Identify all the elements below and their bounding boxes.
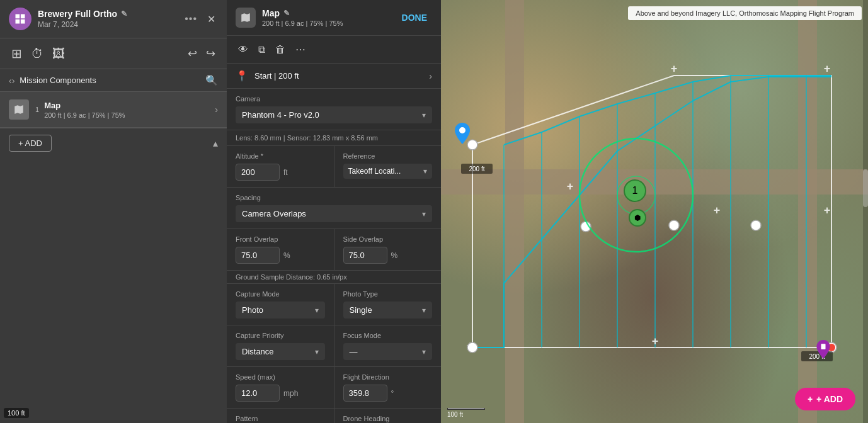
project-title-row: Brewery Full Ortho ✎ (38, 9, 182, 19)
add-map-label: + ADD (816, 394, 843, 404)
flight-direction-input-group: ° (343, 385, 433, 402)
svg-text:+: + (567, 180, 574, 193)
photo-type-label: Photo Type (343, 290, 433, 298)
center-map-icon (236, 8, 256, 28)
svg-point-20 (669, 220, 679, 230)
capture-mode-value: Photo (242, 305, 263, 315)
gsd-row: Ground Sample Distance: 0.65 in/px (227, 271, 441, 284)
delete-button[interactable]: 🗑 (273, 42, 288, 58)
end-waypoint-pin[interactable] (816, 340, 830, 361)
start-waypoint-pin[interactable] (455, 123, 470, 147)
map-area[interactable]: + + + + + + + 200 ft 200 ft (441, 0, 868, 423)
altitude-input[interactable] (236, 164, 280, 181)
spacing-value: Camera Overlaps (242, 209, 306, 218)
speed-unit: mph (283, 389, 298, 398)
more-button[interactable]: ⋯ (293, 41, 308, 58)
scroll-handle[interactable] (863, 0, 868, 423)
capture-mode-select[interactable]: Photo ▾ (236, 302, 325, 319)
speed-input[interactable] (236, 385, 280, 402)
svg-text:+: + (824, 204, 831, 217)
svg-point-18 (467, 342, 477, 352)
map-item-icon (9, 99, 29, 120)
flight-direction-input[interactable] (343, 385, 387, 402)
focus-mode-select[interactable]: — ▾ (343, 343, 433, 360)
center-header: Map ✎ 200 ft | 6.9 ac | 75% | 75% DONE (227, 0, 441, 36)
reference-section: Reference Takeoff Locati... ▾ (334, 146, 442, 188)
layers-button[interactable]: ⊞ (9, 43, 25, 64)
visibility-button[interactable]: 👁 (236, 42, 251, 58)
svg-text:+: + (671, 62, 678, 75)
camera-value: Phantom 4 - Pro v2.0 (242, 110, 319, 120)
reference-chevron-icon: ▾ (423, 167, 427, 176)
front-overlap-section: Front Overlap % (227, 229, 334, 271)
project-name: Brewery Full Ortho (38, 9, 117, 19)
camera-lens-info: Lens: 8.60 mm | Sensor: 12.83 mm x 8.56 … (227, 130, 441, 146)
camera-label: Camera (236, 95, 432, 103)
waypoint-green-icon[interactable]: ⬢ (629, 209, 646, 227)
map-item-meta: 200 ft | 6.9 ac | 75% | 75% (44, 111, 215, 119)
mission-icon[interactable]: 1 (624, 179, 646, 202)
focus-mode-section: Focus Mode — ▾ (334, 325, 442, 367)
toolbar-row: ⊞ ⏱ 🖼 ↩ ↪ (0, 38, 227, 69)
focus-mode-value: — (350, 347, 358, 356)
scroll-thumb[interactable] (863, 169, 868, 207)
spacing-label: Spacing (236, 194, 432, 201)
image-button[interactable]: 🖼 (50, 44, 67, 64)
add-row: + ADD ▴ (0, 128, 227, 158)
focus-mode-arrow-icon: ▾ (422, 347, 426, 356)
camera-select[interactable]: Phantom 4 - Pro v2.0 ▾ (236, 106, 432, 123)
start-pin-icon: 📍 (236, 70, 248, 82)
svg-text:+: + (824, 62, 831, 75)
focus-mode-label: Focus Mode (343, 332, 433, 339)
front-overlap-unit: % (283, 251, 290, 260)
side-overlap-label: Side Overlap (343, 235, 433, 243)
edit-map-icon[interactable]: ✎ (283, 9, 290, 18)
svg-text:+: + (714, 204, 721, 217)
undo-button[interactable]: ↩ (185, 44, 200, 63)
copy-button[interactable]: ⧉ (256, 42, 268, 58)
pattern-heading-row: Pattern Normal ▾ Drone Heading Forward ▾ (227, 409, 441, 423)
scale-bar: 100 ft (447, 408, 485, 418)
photo-type-select[interactable]: Single ▾ (343, 302, 433, 319)
start-bar[interactable]: 📍 Start | 200 ft › (227, 64, 441, 89)
center-toolbar: 👁 ⧉ 🗑 ⋯ (227, 36, 441, 64)
collapse-button[interactable]: ▴ (213, 137, 218, 149)
side-overlap-input[interactable] (343, 247, 387, 264)
map-list-item[interactable]: 1 Map 200 ft | 6.9 ac | 75% | 75% › (0, 92, 227, 128)
add-map-button[interactable]: + + ADD (795, 388, 855, 410)
reference-label: Reference (343, 152, 433, 160)
svg-text:+: + (652, 335, 659, 347)
redo-button[interactable]: ↪ (203, 44, 218, 63)
mission-number: 1 (632, 185, 638, 196)
altitude-section: Altitude * ft (227, 146, 334, 188)
side-overlap-section: Side Overlap % (334, 229, 442, 271)
close-button[interactable]: ✕ (205, 11, 218, 28)
edit-project-icon[interactable]: ✎ (121, 9, 127, 18)
more-options-button[interactable]: ••• (182, 11, 200, 27)
map-item-chevron-icon: › (215, 104, 218, 115)
green-icon-symbol: ⬢ (634, 213, 641, 222)
spacing-select[interactable]: Camera Overlaps ▾ (236, 205, 432, 222)
photo-type-value: Single (350, 305, 372, 315)
add-button[interactable]: + ADD (9, 135, 52, 152)
capture-priority-select[interactable]: Distance ▾ (236, 343, 325, 360)
project-icon (9, 8, 31, 30)
search-button[interactable]: 🔍 (205, 74, 218, 86)
capture-mode-section: Capture Mode Photo ▾ (227, 284, 334, 325)
project-info: Brewery Full Ortho ✎ Mar 7, 2024 (38, 9, 182, 29)
altitude-label: Altitude * (236, 152, 325, 160)
capture-priority-value: Distance (242, 347, 274, 356)
side-overlap-input-group: % (343, 247, 433, 264)
center-map-meta: 200 ft | 6.9 ac | 75% | 75% (262, 20, 397, 27)
reference-select[interactable]: Takeoff Locati... ▾ (343, 164, 433, 179)
altitude-input-group: ft (236, 164, 325, 181)
map-item-info: Map 200 ft | 6.9 ac | 75% | 75% (44, 101, 215, 119)
photo-type-section: Photo Type Single ▾ (334, 284, 442, 325)
center-map-title: Map (262, 8, 280, 18)
front-overlap-input[interactable] (236, 247, 280, 264)
done-button[interactable]: DONE (397, 10, 432, 25)
overlap-row: Front Overlap % Side Overlap % (227, 229, 441, 271)
history-button[interactable]: ⏱ (28, 44, 46, 64)
header-actions: ••• ✕ (182, 11, 218, 28)
mission-components-row[interactable]: ‹› Mission Components 🔍 (0, 69, 227, 92)
